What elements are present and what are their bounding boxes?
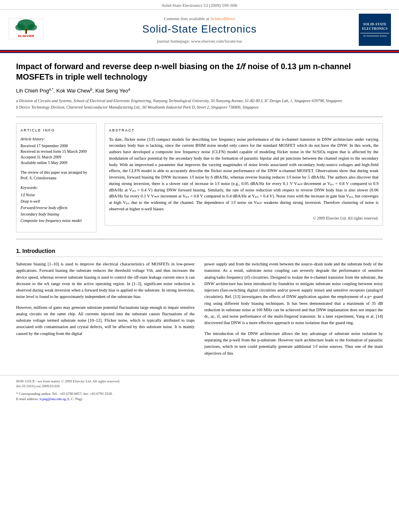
- logo-line2: ELECTRONICS: [362, 27, 388, 31]
- keywords-label: Keywords:: [21, 185, 92, 191]
- kw4: Secondary body biasing: [21, 211, 92, 218]
- divider2: [16, 239, 383, 239]
- body-right-col: power supply and from the switching even…: [204, 261, 383, 361]
- article-info-col: ARTICLE INFO Article history: Received 1…: [16, 123, 97, 232]
- journal-reference: Solid-State Electronics 53 (2009) 599–60…: [0, 0, 399, 10]
- journal-ref-text: Solid-State Electronics 53 (2009) 599–60…: [162, 3, 237, 8]
- sciencedirect-name: ScienceDirect: [210, 16, 235, 21]
- kw1: 1/f Noise: [21, 192, 92, 198]
- corresponding-author-note: * Corresponding author. Tel.: +65 6790 6…: [16, 391, 383, 401]
- page-footer: 0038-1101/$ - see front matter © 2009 El…: [0, 375, 399, 405]
- abstract-col: ABSTRACT To date, flicker noise (1/f) co…: [105, 123, 383, 232]
- available: Available online 5 May 2009: [21, 160, 92, 166]
- abstract-box: ABSTRACT To date, flicker noise (1/f) co…: [105, 123, 383, 226]
- article-info-box: ARTICLE INFO Article history: Received 1…: [16, 123, 97, 232]
- article-content: Impact of forward and reverse deep n-wel…: [0, 53, 399, 368]
- footer-line2: doi:10.1016/j.sse.2009.03.026: [16, 384, 383, 389]
- sciencedirect-prefix: Contents lists available at: [164, 16, 210, 21]
- reviewer-note: The review of this paper was arranged by…: [21, 170, 92, 181]
- email-label: E-mail address:: [16, 397, 39, 401]
- keywords: Keywords: 1/f Noise Deep n-well Forward/…: [21, 185, 92, 224]
- svg-rect-4: [25, 29, 27, 34]
- elsevier-logo: ELSEVIER: [8, 18, 44, 42]
- logo-line3: An International Journal: [363, 35, 387, 37]
- body-left-col: Substrate biasing [1–10] is used to impr…: [16, 261, 195, 361]
- info-abstract-row: ARTICLE INFO Article history: Received 1…: [16, 123, 383, 232]
- abstract-body: To date, flicker noise (1/f) compact mod…: [109, 137, 378, 211]
- authors: Lih Chieh Pnga,*, Kok Wai Chewb, Kiat Se…: [16, 87, 383, 95]
- affiliations: a Division of Circuits and Systems, Scho…: [16, 98, 383, 110]
- logo-line1: SOLID-STATE: [363, 23, 387, 27]
- svg-point-2: [15, 24, 25, 31]
- email-link: lcpng@ntu.edu.sg: [39, 397, 66, 401]
- intro-para4: The introduction of the DNW architecture…: [204, 331, 383, 357]
- kw2: Deep n-well: [21, 198, 92, 205]
- intro-para2: However, millions of gates may generate …: [16, 304, 195, 337]
- svg-point-3: [27, 24, 37, 31]
- abstract-text: To date, flicker noise (1/f) compact mod…: [109, 136, 378, 212]
- introduction-section: 1. Introduction Substrate biasing [1–10]…: [16, 247, 383, 361]
- accepted: Accepted 31 March 2009: [21, 154, 92, 160]
- received1: Received 17 September 2008: [21, 143, 92, 149]
- copyright: © 2009 Elsevier Ltd. All rights reserved…: [109, 216, 378, 221]
- affiliation-b: b Device Technology Division, Chartered …: [16, 105, 383, 110]
- journal-title: Solid-State Electronics: [44, 22, 355, 36]
- reviewer-note-text: The review of this paper was arranged by…: [21, 170, 92, 181]
- intro-section-title: 1. Introduction: [16, 247, 383, 257]
- journal-header: ELSEVIER Contents lists available at Sci…: [0, 10, 399, 51]
- affiliation-a: a Division of Circuits and Systems, Scho…: [16, 98, 383, 104]
- journal-logo-right: SOLID-STATE ELECTRONICS An International…: [355, 14, 391, 46]
- body-columns: Substrate biasing [1–10] is used to impr…: [16, 261, 383, 361]
- history-label: Article history:: [21, 136, 92, 142]
- svg-text:ELSEVIER: ELSEVIER: [18, 34, 34, 38]
- kw5: Composite low frequency noise model: [21, 218, 92, 224]
- footer-line1: 0038-1101/$ - see front matter © 2009 El…: [16, 379, 383, 384]
- divider: [16, 117, 383, 117]
- journal-homepage: journal homepage: www.elsevier.com/locat…: [44, 38, 355, 44]
- kw3: Forward/reverse body effects: [21, 205, 92, 211]
- sciencedirect-link: Contents lists available at ScienceDirec…: [44, 16, 355, 22]
- received2: Received in revised form 15 March 2009: [21, 149, 92, 154]
- journal-logo-box: SOLID-STATE ELECTRONICS An International…: [359, 14, 391, 46]
- email-suffix: (L.C. Png).: [66, 397, 83, 401]
- corr-note-text: * Corresponding author. Tel.: +65 6790 6…: [16, 392, 113, 396]
- journal-center: Contents lists available at ScienceDirec…: [44, 16, 355, 44]
- article-info-heading: ARTICLE INFO: [21, 128, 92, 133]
- abstract-heading: ABSTRACT: [109, 128, 378, 133]
- article-history: Article history: Received 17 September 2…: [21, 136, 92, 166]
- article-title: Impact of forward and reverse deep n-wel…: [16, 61, 383, 82]
- intro-para1: Substrate biasing [1–10] is used to impr…: [16, 261, 195, 300]
- keywords-list: 1/f Noise Deep n-well Forward/reverse bo…: [21, 192, 92, 224]
- intro-para3: power supply and from the switching even…: [204, 261, 383, 327]
- elsevier-logo-svg: ELSEVIER: [8, 18, 44, 40]
